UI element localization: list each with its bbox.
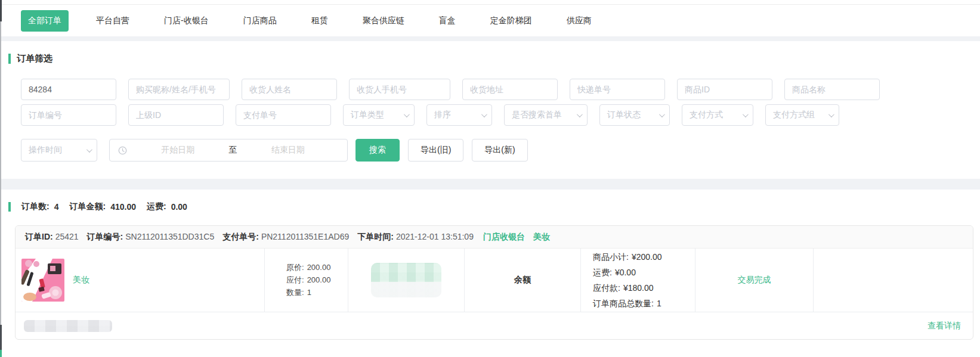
order-time-field: 下单时间:2021-12-01 13:51:09 bbox=[357, 232, 474, 243]
order-card: 订单ID:25421 订单编号:SN2112011351DD31C5 支付单号:… bbox=[15, 225, 973, 340]
quantity-line: 数量:1 bbox=[286, 287, 311, 299]
export-new-button[interactable]: 导出(新) bbox=[472, 139, 527, 162]
tracking-no-input[interactable] bbox=[570, 79, 665, 100]
date-range-picker[interactable]: 开始日期 至 结束日期 bbox=[109, 139, 348, 162]
totals-cell: 商品小计:¥200.00 运费:¥0.00 应付款:¥180.00 订单商品总数… bbox=[581, 249, 695, 312]
left-edge-teal bbox=[0, 350, 2, 357]
category-tag: 美妆 bbox=[533, 232, 550, 243]
order-list-section: 订单数: 4 订单金额: 410.00 运费: 0.00 订单ID:25421 … bbox=[0, 190, 980, 357]
start-date-placeholder[interactable]: 开始日期 bbox=[127, 145, 229, 156]
order-status-select[interactable]: 订单状态 bbox=[599, 104, 670, 126]
actions-cell bbox=[814, 249, 973, 312]
customer-cell bbox=[348, 249, 465, 312]
original-price-line: 原价:200.00 bbox=[286, 262, 330, 274]
end-date-placeholder[interactable]: 结束日期 bbox=[237, 145, 339, 156]
left-edge-dark-bottom bbox=[0, 325, 2, 350]
date-separator: 至 bbox=[229, 145, 237, 156]
order-summary: 订单数: 4 订单金额: 410.00 运费: 0.00 bbox=[8, 201, 980, 212]
order-id-input[interactable] bbox=[21, 79, 116, 100]
order-card-footer: 查看详情 bbox=[16, 312, 973, 339]
chevron-down-icon bbox=[743, 111, 749, 117]
payable-price-line: 应付:200.00 bbox=[286, 274, 330, 286]
order-count-label: 订单数: bbox=[21, 201, 50, 212]
buyer-info-redacted bbox=[24, 320, 112, 332]
order-count-value: 4 bbox=[54, 202, 59, 212]
filter-title: 订单筛选 bbox=[17, 53, 52, 64]
order-id-field: 订单ID:25421 bbox=[25, 232, 79, 243]
buyer-nickname-input[interactable] bbox=[128, 79, 230, 100]
order-sn-field: 订单编号:SN2112011351DD31C5 bbox=[87, 232, 215, 243]
tab-platform-self[interactable]: 平台自营 bbox=[89, 10, 137, 32]
green-accent-bar bbox=[8, 54, 11, 64]
operate-time-select[interactable]: 操作时间 bbox=[21, 139, 97, 162]
pay-method-value: 余额 bbox=[514, 275, 531, 285]
chevron-down-icon bbox=[481, 111, 487, 117]
status-cell: 交易完成 bbox=[695, 249, 814, 312]
order-sn-input[interactable] bbox=[21, 104, 116, 126]
pay-sn-input[interactable] bbox=[236, 104, 331, 126]
tab-blind-box[interactable]: 盲盒 bbox=[432, 10, 463, 32]
freight-value: 0.00 bbox=[171, 202, 187, 212]
subtotal-line: 商品小计:¥200.00 bbox=[593, 249, 662, 265]
order-tabs: 全部订单 平台自营 门店-收银台 门店商品 租赁 聚合供应链 盲盒 定金阶梯团 … bbox=[0, 5, 980, 36]
sort-select[interactable]: 排序 bbox=[426, 104, 492, 126]
export-old-button[interactable]: 导出(旧) bbox=[408, 139, 463, 162]
tab-store-goods[interactable]: 门店商品 bbox=[236, 10, 284, 32]
chevron-down-icon bbox=[577, 111, 583, 117]
order-amount-label: 订单金额: bbox=[69, 201, 106, 212]
pay-method-select[interactable]: 支付方式 bbox=[682, 104, 753, 126]
total-quantity-line: 订单商品总数量:1 bbox=[593, 296, 661, 311]
address-input[interactable] bbox=[462, 79, 558, 100]
amount-due-line: 应付款:¥180.00 bbox=[593, 280, 654, 296]
section-gap bbox=[0, 179, 980, 190]
filter-title-row: 订单筛选 bbox=[8, 53, 959, 64]
filter-row-3: 操作时间 开始日期 至 结束日期 搜索 导出(旧) 导出(新) bbox=[21, 139, 959, 162]
chevron-down-icon bbox=[86, 147, 92, 153]
receiver-name-input[interactable] bbox=[242, 79, 337, 100]
tab-deposit-ladder-group[interactable]: 定金阶梯团 bbox=[483, 10, 539, 32]
search-button[interactable]: 搜索 bbox=[355, 139, 400, 162]
filter-row-2: 订单类型 排序 是否搜索首单 订单状态 支付方式 支付方式组 bbox=[21, 104, 959, 126]
pay-method-group-select[interactable]: 支付方式组 bbox=[765, 104, 839, 126]
first-order-select[interactable]: 是否搜索首单 bbox=[504, 104, 588, 126]
product-image bbox=[21, 259, 64, 302]
section-gap bbox=[0, 36, 980, 41]
filter-section: 订单筛选 订单类型 排序 是否搜索首单 订单状态 支付方 bbox=[0, 41, 980, 179]
customer-info-redacted bbox=[371, 263, 441, 297]
tab-rental[interactable]: 租赁 bbox=[304, 10, 335, 32]
order-row: 美妆 原价:200.00 应付:200.00 数量:1 余额 bbox=[16, 249, 973, 312]
pay-sn-field: 支付单号:PN2112011351E1AD69 bbox=[222, 232, 349, 243]
product-cell: 美妆 bbox=[16, 249, 265, 312]
channel-tag: 门店收银台 bbox=[483, 232, 525, 243]
freight-line: 运费:¥0.00 bbox=[593, 265, 636, 280]
chevron-down-icon bbox=[659, 111, 665, 117]
chevron-down-icon bbox=[828, 111, 834, 117]
tab-supplier[interactable]: 供应商 bbox=[559, 10, 599, 32]
tab-aggregate-supply-chain[interactable]: 聚合供应链 bbox=[355, 10, 412, 32]
product-name-input[interactable] bbox=[784, 79, 880, 100]
left-edge-dark-top bbox=[0, 0, 2, 21]
order-amount-value: 410.00 bbox=[110, 202, 136, 212]
product-category-link[interactable]: 美妆 bbox=[73, 275, 89, 285]
tab-store-cashier[interactable]: 门店-收银台 bbox=[157, 10, 216, 32]
order-card-header: 订单ID:25421 订单编号:SN2112011351DD31C5 支付单号:… bbox=[16, 226, 973, 249]
status-badge: 交易完成 bbox=[738, 275, 771, 285]
order-type-select[interactable]: 订单类型 bbox=[343, 104, 415, 126]
tab-all-orders[interactable]: 全部订单 bbox=[21, 10, 69, 32]
receiver-phone-input[interactable] bbox=[349, 79, 450, 100]
view-detail-link[interactable]: 查看详情 bbox=[928, 321, 961, 331]
top-strip bbox=[0, 0, 980, 5]
product-id-input[interactable] bbox=[677, 79, 772, 100]
pay-method-cell: 余额 bbox=[465, 249, 581, 312]
left-edge-line bbox=[0, 0, 1, 357]
clock-icon bbox=[118, 146, 127, 155]
parent-id-input[interactable] bbox=[128, 104, 224, 126]
price-cell: 原价:200.00 应付:200.00 数量:1 bbox=[265, 249, 348, 312]
freight-label: 运费: bbox=[147, 201, 166, 212]
filter-row-1 bbox=[21, 79, 959, 100]
chevron-down-icon bbox=[404, 111, 410, 117]
green-accent-bar bbox=[8, 202, 11, 212]
